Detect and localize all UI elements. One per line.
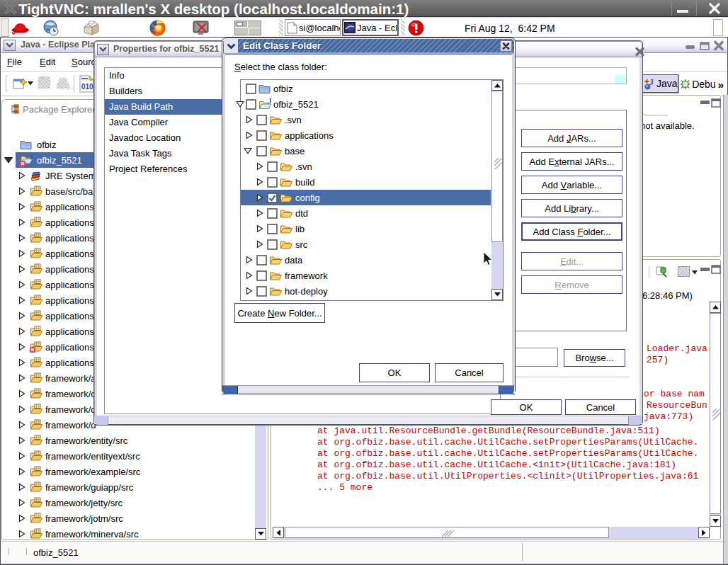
svg-text:010: 010 [81,83,93,91]
svg-text:J: J [268,98,272,105]
svg-text:J: J [30,154,33,161]
svg-text:J: J [649,78,654,87]
